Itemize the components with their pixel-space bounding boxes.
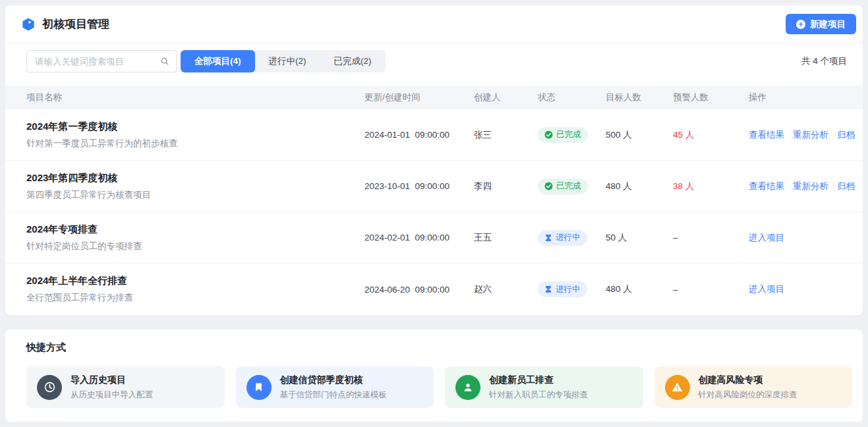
actions-cell: 进入项目 (749, 283, 863, 295)
project-name-cell: 2024年第一季度初核 针对第一季度员工异常行为的初步核查 (26, 121, 364, 150)
projects-panel: 初核项目管理 + 新建项目 全部项目(4)进行中(2)已完成(2) 共 4 个项… (5, 5, 863, 315)
project-name: 2024年专项排查 (26, 223, 364, 236)
shortcut-row: 导入历史项目 从历史项目中导入配置 创建信贷部季度初核 基于信贷部门特点的快速模 (26, 366, 852, 408)
tab-2[interactable]: 已完成(2) (320, 50, 386, 72)
action-link[interactable]: 查看结果 (749, 181, 784, 192)
project-description: 针对特定岗位员工的专项排查 (26, 241, 364, 252)
action-link[interactable]: 归档 (837, 181, 855, 192)
project-name-cell: 2023年第四季度初核 第四季度员工异常行为核查项目 (26, 172, 364, 201)
action-link[interactable]: 重新分析 (793, 129, 828, 141)
column-header-4: 目标人数 (606, 92, 673, 103)
warning-count: – (673, 233, 749, 242)
project-creator: 赵六 (474, 283, 538, 295)
warning-count: 45 人 (673, 129, 749, 141)
column-header-3: 状态 (538, 92, 606, 103)
shortcut-card[interactable]: 创建新员工排查 针对新入职员工的专项排查 (445, 366, 643, 408)
action-link[interactable]: 归档 (837, 129, 855, 141)
status-label: 已完成 (556, 129, 581, 140)
shortcut-desc: 从历史项目中导入配置 (71, 389, 153, 401)
hourglass-icon (544, 285, 552, 293)
column-header-1: 更新/创建时间 (364, 92, 474, 103)
shortcut-title: 创建高风险专项 (699, 374, 797, 386)
title-bar: 初核项目管理 + 新建项目 (5, 5, 863, 43)
shortcut-text: 创建高风险专项 针对高风险岗位的深度排查 (699, 374, 797, 401)
column-header-5: 预警人数 (673, 92, 749, 103)
table-row: 2024年上半年全行排查 全行范围员工异常行为排查 2024-06-20 09:… (5, 264, 863, 315)
actions-cell: 进入项目 (749, 232, 863, 244)
action-link[interactable]: 查看结果 (749, 129, 784, 141)
project-name: 2024年上半年全行排查 (26, 275, 364, 287)
tab-1[interactable]: 进行中(2) (255, 50, 320, 72)
status-badge: 进行中 (538, 281, 587, 297)
status-cell: 已完成 (538, 179, 606, 194)
shortcut-icon-disc (665, 375, 690, 400)
table-header-row: 项目名称更新/创建时间创建人状态目标人数预警人数操作 (5, 86, 863, 109)
project-time: 2024-01-01 09:00:00 (364, 130, 474, 140)
shortcuts-panel: 快捷方式 导入历史项目 从历史项目中导入配置 (5, 329, 863, 422)
target-count: 500 人 (606, 129, 673, 141)
column-header-2: 创建人 (474, 92, 538, 103)
shortcut-card[interactable]: 导入历史项目 从历史项目中导入配置 (26, 366, 225, 408)
warning-count: – (673, 285, 749, 295)
tab-group: 全部项目(4)进行中(2)已完成(2) (181, 50, 386, 72)
shortcut-icon-disc (455, 375, 480, 400)
status-label: 进行中 (556, 232, 581, 243)
status-cell: 进行中 (538, 281, 606, 297)
shortcut-icon-disc (37, 375, 62, 400)
title-wrap: 初核项目管理 (21, 16, 109, 32)
shortcut-title: 创建信贷部季度初核 (280, 374, 388, 386)
project-name: 2023年第四季度初核 (26, 172, 364, 185)
user-icon (463, 382, 473, 393)
search-box[interactable] (26, 50, 177, 72)
status-label: 已完成 (556, 181, 581, 192)
shortcut-desc: 针对高风险岗位的深度排查 (699, 389, 797, 401)
action-link[interactable]: 重新分析 (793, 181, 828, 192)
project-time: 2023-10-01 09:00:00 (364, 181, 474, 191)
status-badge: 进行中 (538, 230, 587, 246)
shortcut-icon-disc (246, 375, 272, 400)
project-time: 2024-02-01 09:00:00 (364, 233, 474, 242)
search-icon (160, 57, 169, 66)
plus-icon: + (796, 20, 805, 29)
shortcut-title: 导入历史项目 (71, 374, 153, 386)
project-description: 针对第一季度员工异常行为的初步核查 (26, 138, 364, 150)
shortcut-desc: 针对新入职员工的专项排查 (489, 389, 588, 401)
project-time: 2024-06-20 09:00:00 (364, 285, 474, 295)
target-count: 480 人 (606, 283, 673, 295)
status-cell: 已完成 (538, 127, 606, 143)
warning-count: 38 人 (673, 181, 749, 192)
new-project-button[interactable]: + 新建项目 (786, 14, 856, 34)
action-link[interactable]: 进入项目 (749, 283, 784, 295)
page-title: 初核项目管理 (42, 16, 109, 32)
project-name-cell: 2024年专项排查 针对特定岗位员工的专项排查 (26, 223, 364, 252)
project-name: 2024年第一季度初核 (26, 121, 364, 133)
shortcut-text: 创建新员工排查 针对新入职员工的专项排查 (489, 374, 588, 401)
total-count: 共 4 个项目 (801, 55, 847, 67)
table-row: 2023年第四季度初核 第四季度员工异常行为核查项目 2023-10-01 09… (5, 161, 863, 212)
shortcut-desc: 基于信贷部门特点的快速模板 (280, 389, 388, 401)
shortcut-card[interactable]: 创建高风险专项 针对高风险岗位的深度排查 (654, 366, 853, 408)
bookmark-icon (254, 382, 264, 392)
actions-cell: 查看结果重新分析归档 (749, 181, 863, 192)
search-input[interactable] (35, 57, 160, 67)
warning-icon (672, 382, 683, 393)
target-count: 480 人 (606, 181, 673, 192)
target-count: 50 人 (606, 232, 673, 244)
status-badge: 已完成 (538, 127, 588, 143)
column-header-0: 项目名称 (26, 92, 364, 103)
action-link[interactable]: 进入项目 (749, 232, 784, 244)
shortcut-text: 创建信贷部季度初核 基于信贷部门特点的快速模板 (280, 374, 388, 401)
project-creator: 李四 (474, 181, 538, 192)
actions-cell: 查看结果重新分析归档 (749, 129, 863, 141)
table-body: 2024年第一季度初核 针对第一季度员工异常行为的初步核查 2024-01-01… (5, 109, 863, 315)
filter-row: 全部项目(4)进行中(2)已完成(2) 共 4 个项目 (5, 43, 863, 72)
table-row: 2024年专项排查 针对特定岗位员工的专项排查 2024-02-01 09:00… (5, 212, 863, 264)
cube-icon (21, 17, 36, 32)
project-creator: 张三 (474, 129, 538, 141)
shortcut-text: 导入历史项目 从历史项目中导入配置 (71, 374, 153, 401)
status-label: 进行中 (556, 284, 581, 295)
tab-0[interactable]: 全部项目(4) (181, 50, 255, 72)
shortcuts-title: 快捷方式 (26, 341, 852, 354)
shortcut-title: 创建新员工排查 (489, 374, 588, 386)
shortcut-card[interactable]: 创建信贷部季度初核 基于信贷部门特点的快速模板 (236, 366, 434, 408)
